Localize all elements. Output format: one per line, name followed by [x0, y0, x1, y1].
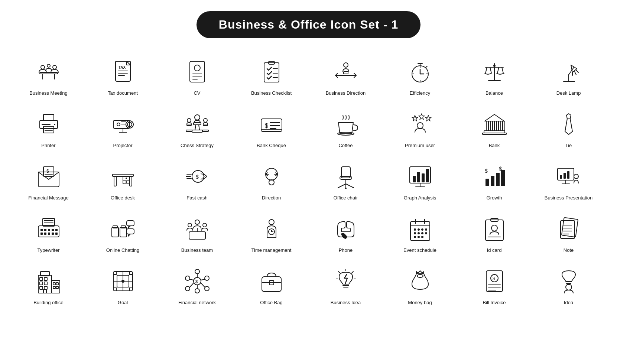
- svg-rect-122: [417, 172, 420, 182]
- icon-item-coffee: Coffee: [309, 105, 383, 154]
- financial-message-icon: $: [34, 162, 64, 191]
- svg-rect-124: [426, 169, 429, 182]
- svg-point-189: [491, 225, 497, 231]
- svg-rect-143: [38, 226, 59, 237]
- svg-point-133: [574, 174, 578, 179]
- icon-item-printer: Printer: [12, 105, 86, 154]
- icon-item-business-direction: Business Direction: [309, 53, 383, 102]
- idea-label: Idea: [564, 300, 573, 306]
- svg-rect-157: [120, 227, 127, 237]
- svg-rect-129: [486, 179, 489, 186]
- svg-point-119: [345, 188, 347, 189]
- bank-icon: [480, 109, 509, 139]
- business-checklist-icon: [257, 57, 286, 87]
- svg-line-37: [490, 67, 491, 73]
- office-desk-icon: [108, 162, 138, 191]
- svg-rect-149: [40, 233, 43, 235]
- graph-analysis-label: Graph Analysis: [404, 195, 436, 201]
- icon-item-premium-user: Premium user: [383, 105, 457, 154]
- icon-item-fast-cash: $ Fast cash: [160, 158, 234, 207]
- icon-item-bank: Bank: [457, 105, 532, 154]
- id-card-label: Id card: [487, 247, 502, 254]
- svg-point-185: [418, 236, 420, 238]
- balance-icon: [480, 57, 509, 87]
- svg-rect-151: [48, 233, 50, 235]
- svg-point-228: [205, 286, 209, 291]
- svg-point-5: [47, 64, 50, 67]
- svg-rect-160: [127, 229, 134, 234]
- typewriter-label: Typewriter: [38, 247, 60, 254]
- svg-point-179: [425, 228, 427, 231]
- svg-marker-92: [566, 114, 571, 119]
- svg-rect-69: [186, 130, 192, 131]
- note-icon: [554, 214, 584, 244]
- icon-item-note: Note: [532, 210, 606, 259]
- chess-strategy-icon: [182, 109, 212, 139]
- page-title: Business & Office Icon Set - 1: [197, 11, 420, 38]
- svg-marker-93: [565, 119, 572, 134]
- svg-rect-201: [40, 282, 43, 285]
- svg-rect-204: [44, 286, 47, 289]
- premium-user-icon: [405, 109, 435, 139]
- icon-item-efficiency: Efficiency: [383, 53, 457, 102]
- icon-item-time-management: Time management: [234, 210, 309, 259]
- business-idea-icon: [331, 266, 361, 296]
- svg-text:$: $: [265, 123, 268, 129]
- icon-item-bank-cheque: $ Bank Cheque: [234, 105, 309, 154]
- svg-rect-85: [486, 121, 488, 131]
- bill-invoice-icon: $: [480, 266, 509, 296]
- svg-marker-82: [419, 114, 425, 120]
- event-schedule-label: Event schedule: [403, 247, 436, 254]
- growth-icon: $ $: [480, 162, 509, 191]
- business-meeting-label: Business Meeting: [29, 90, 68, 97]
- svg-rect-154: [43, 225, 55, 227]
- svg-point-163: [203, 223, 207, 227]
- svg-rect-64: [192, 130, 202, 132]
- chess-strategy-label: Chess Strategy: [181, 143, 214, 149]
- balance-label: Balance: [486, 90, 503, 97]
- online-chatting-icon: [108, 214, 138, 244]
- icon-item-business-idea: Business Idea: [309, 263, 383, 311]
- goal-icon: [108, 266, 138, 296]
- svg-point-40: [493, 65, 496, 67]
- icon-item-financial-network: $ Financial network: [160, 263, 234, 311]
- svg-rect-88: [499, 121, 501, 131]
- svg-rect-49: [43, 126, 54, 133]
- svg-point-227: [205, 276, 209, 280]
- printer-label: Printer: [41, 143, 55, 149]
- office-bag-icon: [257, 266, 286, 296]
- tax-document-icon: TAX: [108, 57, 138, 87]
- time-management-label: Time management: [251, 247, 292, 254]
- projector-icon: [108, 109, 138, 139]
- svg-rect-197: [38, 275, 52, 293]
- svg-rect-72: [202, 130, 208, 131]
- coffee-label: Coffee: [338, 143, 353, 149]
- svg-text:TAX: TAX: [118, 65, 126, 69]
- desk-lamp-label: Desk Lamp: [556, 90, 581, 97]
- money-bag-label: Money bag: [408, 300, 432, 306]
- svg-rect-238: [262, 277, 281, 292]
- icon-item-cv: CV: [160, 53, 234, 102]
- office-chair-label: Office chair: [334, 195, 358, 201]
- svg-rect-147: [52, 229, 54, 231]
- svg-rect-144: [40, 229, 43, 231]
- icon-item-event-schedule: Event schedule: [383, 210, 457, 259]
- icon-item-growth: $ $ Growth: [457, 158, 532, 207]
- icon-item-idea: Idea: [532, 263, 606, 311]
- svg-point-11: [194, 65, 200, 71]
- bank-label: Bank: [489, 143, 500, 149]
- svg-line-245: [338, 272, 340, 273]
- svg-point-104: [126, 181, 127, 183]
- svg-rect-123: [422, 173, 425, 182]
- svg-point-80: [417, 123, 423, 129]
- desk-lamp-icon: [554, 57, 584, 87]
- bill-invoice-label: Bill Invoice: [483, 300, 506, 306]
- svg-rect-210: [43, 289, 46, 293]
- svg-rect-187: [486, 220, 503, 241]
- building-office-icon: [34, 266, 64, 296]
- svg-line-38: [497, 67, 499, 73]
- svg-point-183: [425, 232, 427, 234]
- money-bag-icon: $: [405, 266, 435, 296]
- fast-cash-label: Fast cash: [186, 195, 207, 201]
- efficiency-label: Efficiency: [410, 90, 430, 97]
